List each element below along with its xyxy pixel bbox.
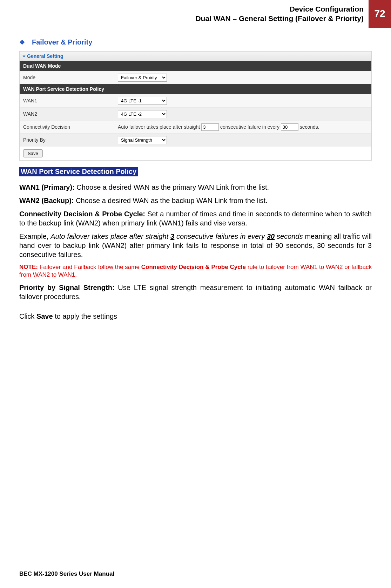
connectivity-row: Connectivity Decision Auto failover take… [20,121,371,133]
save-pre: Click [19,312,36,320]
wan2-bold: WAN2 (Backup): [19,197,74,204]
example-pre: Example, [19,232,50,240]
priority-select[interactable]: Signal Strength [118,136,167,144]
dual-wan-mode-header: Dual WAN Mode [20,61,371,71]
wan1-paragraph: WAN1 (Primary): Choose a desired WAN as … [19,183,372,192]
conn-text-mid: consecutive failure in every [220,124,279,130]
wan1-select[interactable]: 4G LTE -1 [118,97,167,105]
wan2-row: WAN2 4G LTE -2 [20,107,371,121]
save-bold: Save [36,312,53,320]
panel-title: General Setting [27,53,63,59]
caret-down-icon [23,55,26,57]
wan2-select[interactable]: 4G LTE -2 [118,110,167,118]
connectivity-paragraph: Connectivity Decision & Probe Cycle: Set… [19,209,372,228]
example-paragraph: Example, Auto failover takes place after… [19,232,372,259]
example-u1: 3 [170,232,174,240]
priority-label: Priority By [23,137,118,143]
settings-panel: General Setting Dual WAN Mode Mode Failo… [19,51,372,161]
conn-bold: Connectivity Decision & Probe Cycle: [19,210,145,218]
priority-row: Priority By Signal Strength [20,133,371,147]
footer-text: BEC MX-1200 Series User Manual [19,570,114,577]
header-title-block: Device Configuration Dual WAN – General … [195,0,369,28]
header-line2: Dual WAN – General Setting (Failover & P… [195,14,364,23]
conn-text-post: seconds. [300,124,319,130]
section-title-text: Failover & Priority [32,38,92,46]
example-i3: seconds [275,232,303,240]
connectivity-label: Connectivity Decision [23,124,118,130]
conn-failures-input[interactable] [201,123,219,131]
save-instruction: Click Save to apply the settings [19,312,372,321]
save-post: to apply the settings [53,312,117,320]
header-line1: Device Configuration [195,4,364,14]
priority-bold: Priority by Signal Strength: [19,284,115,291]
conn-text-pre: Auto failover takes place after straight [118,124,200,130]
diamond-bullet-icon: ❖ [19,39,25,46]
example-i1: Auto failover takes place after straight [50,232,170,240]
note-bold2: Connectivity Decision & Probe Cycle [141,264,246,270]
section-title: ❖Failover & Priority [19,38,372,46]
wan1-label: WAN1 [23,98,118,103]
wan2-text: Choose a desired WAN as the backup WAN L… [74,197,268,204]
conn-seconds-input[interactable] [281,123,298,131]
save-row: Save [20,147,371,160]
wan-policy-header: WAN Port Service Detection Policy [20,84,371,94]
page-number-badge: 72 [369,0,391,28]
policy-heading: WAN Port Service Detection Policy [19,167,138,176]
mode-label: Mode [23,75,118,80]
wan2-paragraph: WAN2 (Backup): Choose a desired WAN as t… [19,196,372,205]
mode-select[interactable]: Failover & Proirity [118,74,167,82]
page-header: Device Configuration Dual WAN – General … [0,0,391,28]
note-text1: Failover and Failback follow the same [38,264,141,270]
note-bold1: NOTE: [19,264,38,270]
wan1-text: Choose a desired WAN as the primary WAN … [75,183,269,191]
example-i2: consecutive failures in every [174,232,267,240]
panel-header: General Setting [20,52,371,61]
priority-paragraph: Priority by Signal Strength: Use LTE sig… [19,283,372,301]
wan2-label: WAN2 [23,111,118,117]
example-u2: 30 [267,232,275,240]
save-button[interactable]: Save [23,149,43,157]
wan1-row: WAN1 4G LTE -1 [20,94,371,107]
note-paragraph: NOTE: Failover and Failback follow the s… [19,263,372,279]
mode-row: Mode Failover & Proirity [20,71,371,84]
wan1-bold: WAN1 (Primary): [19,183,75,191]
